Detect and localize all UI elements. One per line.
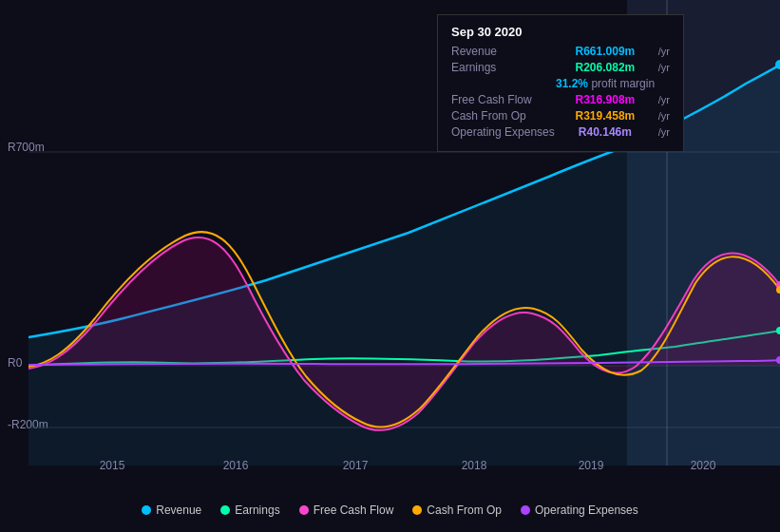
- legend-label-earnings: Earnings: [235, 504, 279, 517]
- tooltip-opex-unit: /yr: [658, 126, 670, 138]
- x-label-2015: 2015: [100, 459, 125, 472]
- tooltip-cashop-value: R319.458m: [576, 109, 636, 123]
- legend-item-cashop[interactable]: Cash From Op: [412, 504, 502, 517]
- tooltip-revenue-unit: /yr: [658, 46, 670, 57]
- tooltip: Sep 30 2020 Revenue R661.009m /yr Earnin…: [437, 14, 684, 152]
- x-label-2018: 2018: [462, 459, 487, 472]
- legend-label-revenue: Revenue: [156, 504, 201, 517]
- tooltip-fcf-row: Free Cash Flow R316.908m /yr: [451, 93, 670, 106]
- tooltip-revenue-value: R661.009m: [576, 45, 636, 58]
- x-label-2017: 2017: [343, 459, 369, 472]
- tooltip-revenue-label: Revenue: [451, 45, 556, 58]
- legend: Revenue Earnings Free Cash Flow Cash Fro…: [0, 504, 780, 517]
- tooltip-earnings-unit: /yr: [658, 62, 670, 73]
- tooltip-cashop-unit: /yr: [658, 110, 670, 122]
- tooltip-profit-margin: 31.2% profit margin: [451, 77, 670, 90]
- tooltip-fcf-value: R316.908m: [576, 93, 636, 106]
- tooltip-fcf-label: Free Cash Flow: [451, 93, 556, 106]
- profit-pct-value: 31.2%: [556, 77, 588, 90]
- tooltip-cashop-row: Cash From Op R319.458m /yr: [451, 109, 670, 123]
- y-label-0: R0: [8, 356, 22, 370]
- tooltip-opex-label: Operating Expenses: [451, 125, 556, 139]
- tooltip-fcf-unit: /yr: [658, 94, 670, 105]
- legend-dot-earnings: [220, 505, 230, 515]
- legend-item-fcf[interactable]: Free Cash Flow: [299, 504, 394, 517]
- legend-item-earnings[interactable]: Earnings: [220, 504, 279, 517]
- legend-item-opex[interactable]: Operating Expenses: [521, 504, 638, 517]
- legend-dot-fcf: [299, 505, 309, 515]
- legend-dot-revenue: [142, 505, 151, 515]
- profit-margin-text: profit margin: [591, 77, 655, 90]
- x-label-2020: 2020: [691, 459, 716, 472]
- x-label-2016: 2016: [223, 459, 249, 472]
- legend-item-revenue[interactable]: Revenue: [142, 504, 201, 517]
- legend-label-cashop: Cash From Op: [427, 504, 502, 517]
- legend-dot-cashop: [412, 505, 422, 515]
- chart-container: R700m R0 -R200m 2015 2016 20: [0, 0, 780, 532]
- legend-label-opex: Operating Expenses: [535, 504, 638, 517]
- tooltip-earnings-label: Earnings: [451, 61, 556, 74]
- legend-dot-opex: [521, 505, 530, 515]
- tooltip-opex-row: Operating Expenses R40.146m /yr: [451, 125, 670, 139]
- tooltip-cashop-label: Cash From Op: [451, 109, 556, 123]
- tooltip-revenue-row: Revenue R661.009m /yr: [451, 45, 670, 58]
- tooltip-earnings-row: Earnings R206.082m /yr: [451, 61, 670, 74]
- x-label-2019: 2019: [579, 459, 604, 472]
- tooltip-date: Sep 30 2020: [451, 25, 670, 39]
- tooltip-earnings-value: R206.082m: [576, 61, 636, 74]
- legend-label-fcf: Free Cash Flow: [314, 504, 394, 517]
- tooltip-opex-value: R40.146m: [579, 125, 632, 139]
